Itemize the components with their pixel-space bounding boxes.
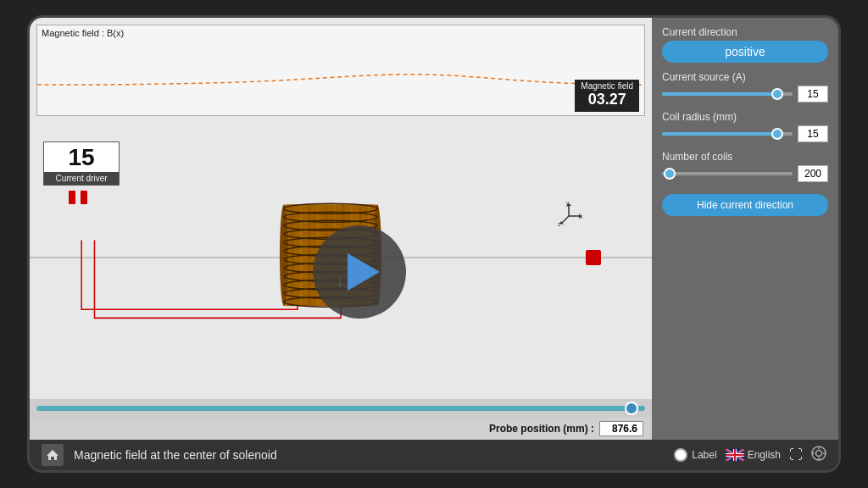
right-panel: Current direction positive Current sourc… <box>652 18 838 440</box>
fullscreen-button[interactable]: ⛶ <box>789 447 803 463</box>
label-toggle-circle[interactable] <box>674 448 687 462</box>
current-direction-section: Current direction positive <box>662 26 828 63</box>
pin-red2 <box>81 191 87 204</box>
svg-point-1 <box>280 204 288 306</box>
graph-title: Magnetic field : B(x) <box>37 25 644 41</box>
current-source-value: 15 <box>798 86 828 103</box>
probe-position-label: Probe position (mm) : <box>489 423 594 435</box>
main-area: Magnetic field : B(x) Magnetic field 03.… <box>30 18 838 440</box>
magnetic-field-badge: Magnetic field 03.27 <box>575 80 639 112</box>
coil-radius-thumb[interactable] <box>771 128 783 140</box>
camera-icon <box>811 446 826 461</box>
num-coils-thumb[interactable] <box>664 168 676 180</box>
current-source-section: Current source (A) 15 <box>662 71 828 103</box>
num-coils-label: Number of coils <box>662 151 828 163</box>
current-direction-label: Current direction <box>662 26 828 38</box>
coordinate-axes: x y z <box>554 201 584 233</box>
play-triangle-icon <box>348 253 380 291</box>
language-button[interactable]: English <box>726 449 781 461</box>
sim-area: Magnetic field : B(x) Magnetic field 03.… <box>30 18 652 440</box>
language-label: English <box>748 449 781 461</box>
svg-rect-43 <box>726 454 744 456</box>
app-frame: Magnetic field : B(x) Magnetic field 03.… <box>27 15 841 473</box>
current-driver-label: Current driver <box>44 172 119 185</box>
driver-pins <box>69 191 87 204</box>
home-icon <box>46 448 59 462</box>
pin-red <box>69 191 75 204</box>
graph-svg <box>37 49 644 115</box>
label-text: Label <box>692 449 716 461</box>
current-source-track[interactable] <box>662 92 793 96</box>
home-button[interactable] <box>42 444 64 466</box>
label-toggle[interactable]: Label <box>674 448 716 462</box>
probe-bar-thumb[interactable] <box>625 402 638 415</box>
svg-line-27 <box>562 216 569 223</box>
coil-radius-track[interactable] <box>662 132 793 136</box>
current-source-fill <box>662 92 777 96</box>
graph-panel: Magnetic field : B(x) Magnetic field 03.… <box>36 25 645 116</box>
bottom-bar: Magnetic field at the center of solenoid… <box>30 440 838 470</box>
hide-current-direction-button[interactable]: Hide current direction <box>662 194 828 216</box>
svg-marker-34 <box>47 450 58 460</box>
probe-sensor <box>586 250 601 265</box>
coil-radius-section: Coil radius (mm) 15 <box>662 111 828 142</box>
probe-position-value: 876.6 <box>599 421 643 436</box>
coil-radius-fill <box>662 132 777 136</box>
num-coils-slider-row: 200 <box>662 165 828 182</box>
num-coils-section: Number of coils 200 <box>662 151 828 182</box>
probe-bar-row[interactable] <box>30 399 652 418</box>
current-source-label: Current source (A) <box>662 71 828 83</box>
current-source-thumb[interactable] <box>771 88 783 100</box>
num-coils-track[interactable] <box>662 172 793 175</box>
probe-pos-row: Probe position (mm) : 876.6 <box>30 418 652 440</box>
bottom-title: Magnetic field at the center of solenoid <box>74 448 664 462</box>
current-source-slider-row: 15 <box>662 86 828 103</box>
coil-radius-slider-row: 15 <box>662 125 828 142</box>
positive-button[interactable]: positive <box>662 41 828 63</box>
svg-point-45 <box>816 451 822 457</box>
coil-radius-value: 15 <box>798 125 828 142</box>
flag-icon <box>726 449 744 461</box>
num-coils-value: 200 <box>798 165 828 182</box>
coil-radius-label: Coil radius (mm) <box>662 111 828 123</box>
scene: 15 Current driver <box>30 116 652 399</box>
play-button[interactable] <box>313 225 406 319</box>
current-driver-box: 15 Current driver <box>43 141 120 186</box>
current-driver-value: 15 <box>68 144 94 170</box>
capture-button[interactable] <box>811 446 826 464</box>
probe-bar-track <box>36 406 645 411</box>
bottom-right: Label English ⛶ <box>674 446 826 464</box>
